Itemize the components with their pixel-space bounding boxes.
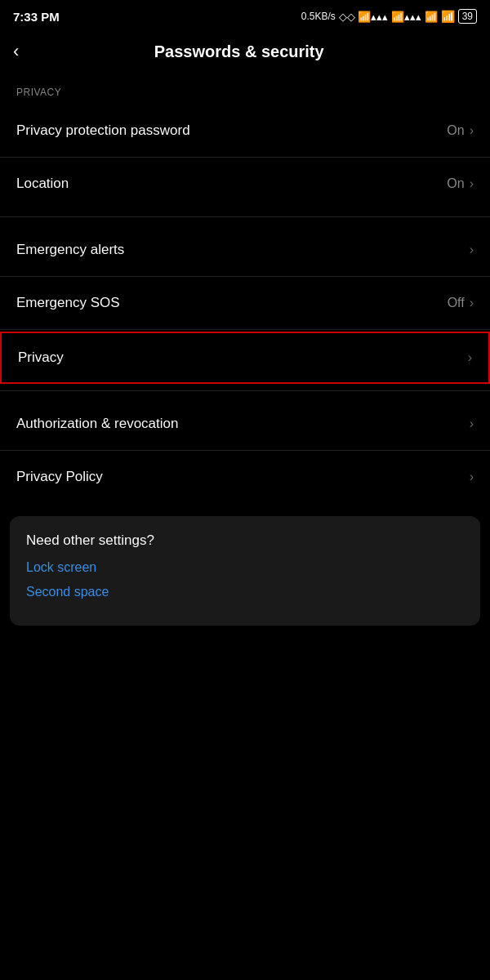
privacy-protection-password-label: Privacy protection password [16,122,190,139]
status-time: 7:33 PM [13,10,60,24]
divider-4 [0,329,490,330]
privacy-protection-password-value: On [447,123,464,138]
signal-icons: ◇◇ 📶▴▴▴ 📶▴▴▴ 📶 [339,11,438,23]
privacy-item[interactable]: Privacy › [0,332,490,384]
emergency-sos-item[interactable]: Emergency SOS Off › [0,277,490,329]
network-speed: 0.5KB/s [301,11,336,22]
second-space-link[interactable]: Second space [26,585,464,599]
location-label: Location [16,176,69,192]
authorization-revocation-label: Authorization & revocation [16,416,178,432]
header: ‹ Passwords & security [0,29,490,77]
chevron-icon: › [470,176,474,191]
emergency-sos-label: Emergency SOS [16,295,120,311]
lock-screen-link[interactable]: Lock screen [26,560,464,575]
wifi-icon: 📶 [441,10,455,23]
chevron-icon: › [470,123,474,138]
chevron-icon: › [470,296,474,310]
chevron-icon: › [470,470,474,484]
divider-5 [0,390,490,391]
emergency-alerts-label: Emergency alerts [16,242,124,258]
privacy-right: › [468,350,472,365]
battery-display: 39 [458,9,477,24]
status-icons: 0.5KB/s ◇◇ 📶▴▴▴ 📶▴▴▴ 📶 📶 39 [301,9,477,24]
chevron-icon: › [470,416,474,431]
privacy-policy-right: › [470,470,474,484]
suggestion-title: Need other settings? [26,532,464,549]
location-item[interactable]: Location On › [0,158,490,210]
privacy-section-label: PRIVACY [0,77,490,105]
location-right: On › [447,176,474,191]
privacy-policy-item[interactable]: Privacy Policy › [0,451,490,503]
location-value: On [447,176,464,191]
privacy-protection-password-item[interactable]: Privacy protection password On › [0,105,490,157]
privacy-policy-label: Privacy Policy [16,469,103,485]
chevron-icon: › [470,243,474,257]
suggestion-card: Need other settings? Lock screen Second … [10,516,480,626]
privacy-label: Privacy [18,350,64,366]
emergency-sos-value: Off [448,296,465,310]
emergency-alerts-right: › [470,243,474,257]
privacy-protection-password-right: On › [447,123,474,138]
authorization-revocation-right: › [470,416,474,431]
page-title: Passwords & security [25,42,477,61]
emergency-sos-right: Off › [448,296,474,310]
divider-2 [0,216,490,217]
chevron-icon: › [468,350,472,365]
emergency-alerts-item[interactable]: Emergency alerts › [0,224,490,276]
back-button[interactable]: ‹ [13,39,25,64]
status-bar: 7:33 PM 0.5KB/s ◇◇ 📶▴▴▴ 📶▴▴▴ 📶 📶 39 [0,0,490,29]
authorization-revocation-item[interactable]: Authorization & revocation › [0,398,490,450]
